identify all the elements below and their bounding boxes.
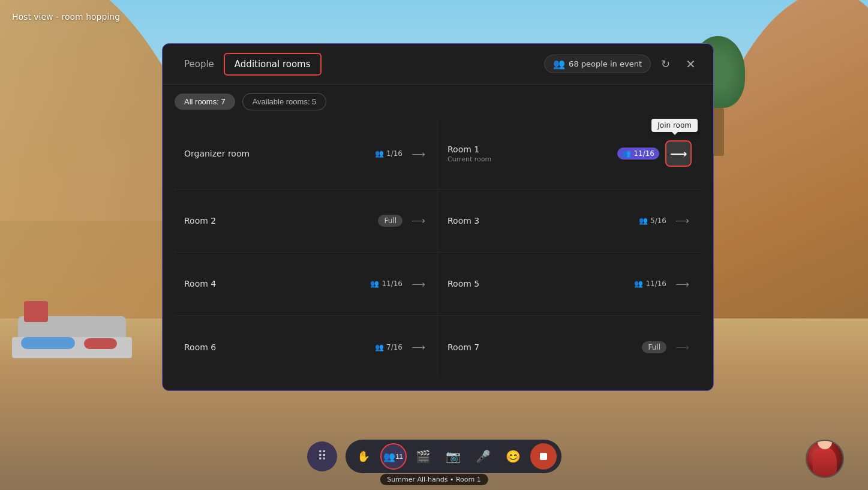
room-cell-room7: Room 7 Full ⟶ bbox=[438, 316, 701, 379]
join-button-room6[interactable]: ⟶ bbox=[409, 338, 428, 357]
room-name-room2: Room 2 bbox=[184, 216, 372, 226]
room-cell-room4: Room 4 👥 11/16 ⟶ bbox=[175, 252, 438, 316]
close-button[interactable]: ✕ bbox=[680, 53, 701, 75]
join-button-room3[interactable]: ⟶ bbox=[672, 211, 692, 230]
end-call-icon bbox=[537, 450, 549, 462]
room-cell-room6: Room 6 👥 7/16 ⟶ bbox=[175, 316, 438, 379]
people-count-badge: 👥 68 people in event bbox=[544, 55, 651, 73]
join-button-room7[interactable]: ⟶ bbox=[672, 338, 692, 357]
filter-available-rooms[interactable]: Available rooms: 5 bbox=[242, 93, 327, 110]
people-icon: 👥 bbox=[375, 343, 384, 351]
room-name-room4: Room 4 bbox=[184, 279, 364, 288]
end-call-button[interactable] bbox=[530, 443, 557, 470]
filter-all-rooms[interactable]: All rooms: 7 bbox=[175, 94, 235, 110]
room-count-room3: 👥 5/16 bbox=[639, 217, 666, 225]
join-tooltip-room1: Join room bbox=[651, 119, 698, 132]
room-name-room1: Room 1 bbox=[447, 145, 611, 154]
bottom-toolbar: ⠿ ✋ 👥 11 🎬 📷 🎤 😊 bbox=[307, 440, 561, 473]
room-cell-room3: Room 3 👥 5/16 ⟶ bbox=[438, 190, 701, 253]
people-count-badge-toolbar: 11 bbox=[395, 453, 403, 460]
people-button[interactable]: 👥 11 bbox=[380, 443, 407, 470]
people-icon: 👥 bbox=[634, 279, 643, 288]
room-name-room3: Room 3 bbox=[447, 216, 633, 226]
people-count-icon: 👥 bbox=[553, 58, 565, 70]
rooms-grid: Organizer room 👥 1/16 ⟶ Room 1 Current r… bbox=[163, 119, 713, 390]
room-count-room6: 👥 7/16 bbox=[375, 343, 403, 351]
join-button-room1[interactable]: ⟶ bbox=[665, 140, 692, 167]
people-icon: 👥 bbox=[639, 217, 648, 225]
room-count-organizer: 👥 1/16 bbox=[375, 149, 403, 158]
svg-rect-0 bbox=[540, 453, 547, 460]
room-cell-organizer: Organizer room 👥 1/16 ⟶ bbox=[175, 119, 438, 190]
toolbar-pill: ✋ 👥 11 🎬 📷 🎤 😊 bbox=[346, 440, 561, 473]
room-cell-room5: Room 5 👥 11/16 ⟶ bbox=[438, 252, 701, 316]
people-icon: 👥 bbox=[375, 149, 384, 158]
tab-people[interactable]: People bbox=[175, 54, 224, 74]
room-name-room6: Room 6 bbox=[184, 342, 369, 352]
user-avatar bbox=[806, 440, 844, 478]
window-title: Host view - room hopping bbox=[12, 12, 120, 22]
room-subtitle-room1: Current room bbox=[447, 155, 611, 163]
camera-button[interactable]: 📷 bbox=[440, 443, 467, 470]
full-badge-room7: Full bbox=[642, 341, 666, 353]
panel-header: People Additional rooms 👥 68 people in e… bbox=[163, 44, 713, 85]
people-icon: 👥 bbox=[622, 149, 631, 158]
room-cell-room1: Room 1 Current room 👥 11/16 Join room ⟶ bbox=[438, 119, 701, 190]
raise-hand-button[interactable]: ✋ bbox=[350, 443, 377, 470]
room-name-room7: Room 7 bbox=[447, 342, 636, 352]
room-count-room4: 👥 11/16 bbox=[370, 279, 403, 288]
filter-row: All rooms: 7 Available rooms: 5 bbox=[163, 85, 713, 119]
join-button-organizer[interactable]: ⟶ bbox=[409, 144, 428, 163]
people-icon: 👥 bbox=[370, 279, 379, 288]
meeting-label: Summer All-hands • Room 1 bbox=[380, 474, 488, 485]
bg-couch-area bbox=[0, 262, 168, 382]
refresh-button[interactable]: ↻ bbox=[654, 53, 676, 75]
emoji-button[interactable]: 😊 bbox=[500, 443, 527, 470]
people-button-icon: 👥 bbox=[383, 451, 395, 462]
room-name-room5: Room 5 bbox=[447, 279, 628, 288]
room-count-room5: 👥 11/16 bbox=[634, 279, 666, 288]
full-badge-room2: Full bbox=[378, 215, 403, 227]
grid-menu-button[interactable]: ⠿ bbox=[307, 441, 337, 471]
room-cell-room2: Room 2 Full ⟶ bbox=[175, 190, 438, 253]
main-panel: People Additional rooms 👥 68 people in e… bbox=[162, 43, 714, 391]
room-count-room1: 👥 11/16 bbox=[617, 148, 659, 160]
tab-additional-rooms[interactable]: Additional rooms bbox=[224, 53, 322, 76]
join-button-room4[interactable]: ⟶ bbox=[409, 274, 428, 293]
join-button-room5[interactable]: ⟶ bbox=[672, 274, 692, 293]
people-count-text: 68 people in event bbox=[569, 59, 642, 68]
room-name-organizer: Organizer room bbox=[184, 149, 369, 158]
mic-button[interactable]: 🎤 bbox=[470, 443, 497, 470]
join-button-room2[interactable]: ⟶ bbox=[409, 211, 428, 230]
record-button[interactable]: 🎬 bbox=[410, 443, 437, 470]
